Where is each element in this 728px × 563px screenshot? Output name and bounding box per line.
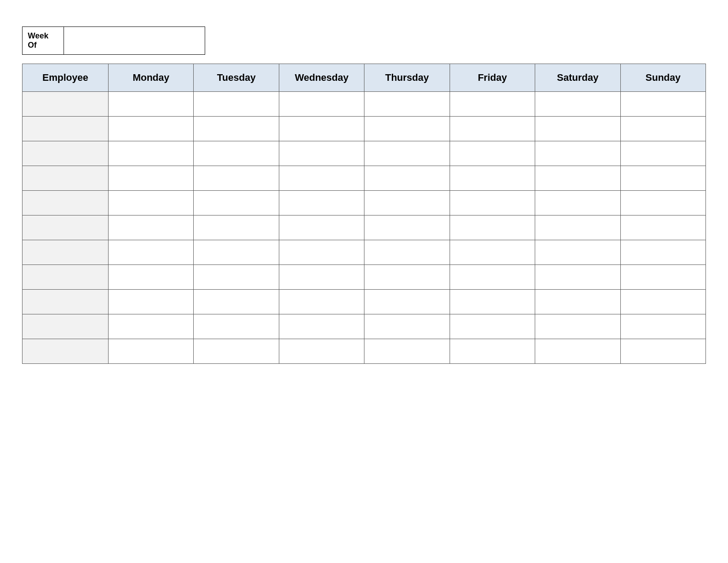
week-of-container: Week Of: [22, 26, 706, 55]
employee-cell[interactable]: [23, 290, 109, 314]
day-cell[interactable]: [450, 339, 535, 364]
day-cell[interactable]: [620, 117, 705, 141]
table-row: [23, 265, 706, 290]
day-cell[interactable]: [194, 265, 279, 290]
day-cell[interactable]: [364, 166, 450, 191]
day-cell[interactable]: [620, 240, 705, 265]
day-cell[interactable]: [194, 191, 279, 215]
day-cell[interactable]: [535, 117, 620, 141]
day-cell[interactable]: [279, 166, 364, 191]
employee-cell[interactable]: [23, 92, 109, 117]
day-cell[interactable]: [620, 92, 705, 117]
day-cell[interactable]: [450, 166, 535, 191]
day-cell[interactable]: [620, 265, 705, 290]
day-cell[interactable]: [364, 339, 450, 364]
day-cell[interactable]: [364, 92, 450, 117]
employee-cell[interactable]: [23, 314, 109, 339]
day-cell[interactable]: [109, 240, 194, 265]
week-of-label: Week Of: [22, 26, 64, 55]
day-cell[interactable]: [194, 290, 279, 314]
day-cell[interactable]: [279, 339, 364, 364]
day-cell[interactable]: [109, 191, 194, 215]
employee-cell[interactable]: [23, 117, 109, 141]
employee-cell[interactable]: [23, 215, 109, 240]
day-cell[interactable]: [535, 141, 620, 166]
day-cell[interactable]: [450, 240, 535, 265]
day-cell[interactable]: [194, 92, 279, 117]
day-cell[interactable]: [364, 240, 450, 265]
day-cell[interactable]: [109, 265, 194, 290]
schedule-table: Employee Monday Tuesday Wednesday Thursd…: [22, 64, 706, 364]
day-cell[interactable]: [364, 141, 450, 166]
day-cell[interactable]: [109, 290, 194, 314]
day-cell[interactable]: [279, 265, 364, 290]
employee-cell[interactable]: [23, 240, 109, 265]
day-cell[interactable]: [279, 141, 364, 166]
day-cell[interactable]: [109, 166, 194, 191]
day-cell[interactable]: [279, 314, 364, 339]
day-cell[interactable]: [535, 339, 620, 364]
day-cell[interactable]: [620, 191, 705, 215]
day-header-wednesday: Wednesday: [279, 64, 364, 92]
day-cell[interactable]: [364, 191, 450, 215]
day-cell[interactable]: [450, 92, 535, 117]
day-cell[interactable]: [194, 117, 279, 141]
day-cell[interactable]: [450, 141, 535, 166]
day-cell[interactable]: [109, 339, 194, 364]
employee-cell[interactable]: [23, 339, 109, 364]
header-row: Employee Monday Tuesday Wednesday Thursd…: [23, 64, 706, 92]
day-cell[interactable]: [364, 290, 450, 314]
employee-cell[interactable]: [23, 265, 109, 290]
employee-cell[interactable]: [23, 191, 109, 215]
employee-cell[interactable]: [23, 166, 109, 191]
day-cell[interactable]: [109, 314, 194, 339]
week-of-value[interactable]: [64, 26, 205, 55]
day-cell[interactable]: [535, 92, 620, 117]
day-cell[interactable]: [194, 339, 279, 364]
day-cell[interactable]: [450, 314, 535, 339]
day-cell[interactable]: [194, 314, 279, 339]
day-cell[interactable]: [194, 215, 279, 240]
day-cell[interactable]: [194, 141, 279, 166]
day-cell[interactable]: [194, 166, 279, 191]
day-cell[interactable]: [535, 240, 620, 265]
day-cell[interactable]: [364, 117, 450, 141]
day-cell[interactable]: [279, 290, 364, 314]
schedule-tbody: [23, 92, 706, 364]
day-cell[interactable]: [109, 92, 194, 117]
table-row: [23, 290, 706, 314]
day-cell[interactable]: [535, 215, 620, 240]
day-cell[interactable]: [535, 290, 620, 314]
day-cell[interactable]: [620, 166, 705, 191]
day-cell[interactable]: [109, 141, 194, 166]
table-row: [23, 117, 706, 141]
day-cell[interactable]: [364, 314, 450, 339]
day-cell[interactable]: [364, 215, 450, 240]
day-cell[interactable]: [450, 265, 535, 290]
day-cell[interactable]: [450, 117, 535, 141]
day-cell[interactable]: [620, 339, 705, 364]
day-cell[interactable]: [620, 141, 705, 166]
day-cell[interactable]: [279, 117, 364, 141]
day-cell[interactable]: [364, 265, 450, 290]
day-cell[interactable]: [279, 191, 364, 215]
day-cell[interactable]: [450, 215, 535, 240]
day-cell[interactable]: [450, 191, 535, 215]
employee-cell[interactable]: [23, 141, 109, 166]
day-cell[interactable]: [109, 117, 194, 141]
day-cell[interactable]: [194, 240, 279, 265]
table-row: [23, 141, 706, 166]
day-cell[interactable]: [535, 314, 620, 339]
day-cell[interactable]: [279, 240, 364, 265]
day-cell[interactable]: [535, 191, 620, 215]
day-cell[interactable]: [620, 215, 705, 240]
day-cell[interactable]: [109, 215, 194, 240]
day-cell[interactable]: [620, 290, 705, 314]
day-cell[interactable]: [450, 290, 535, 314]
day-cell[interactable]: [535, 265, 620, 290]
table-row: [23, 191, 706, 215]
day-cell[interactable]: [279, 92, 364, 117]
day-cell[interactable]: [279, 215, 364, 240]
day-cell[interactable]: [620, 314, 705, 339]
day-cell[interactable]: [535, 166, 620, 191]
